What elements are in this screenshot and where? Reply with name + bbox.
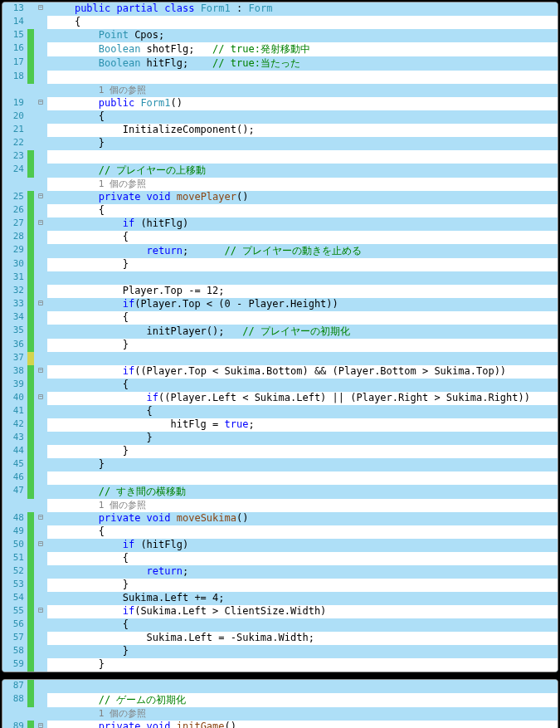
- code-editor-panel-2[interactable]: 8788 // ゲームの初期化 1 個の参照89⊟ private void i…: [2, 679, 558, 728]
- code-line[interactable]: 45 }: [2, 458, 558, 471]
- code-text[interactable]: if(Sukima.Left > ClientSize.Width): [47, 605, 558, 618]
- code-line[interactable]: 87: [2, 680, 558, 693]
- code-line[interactable]: 51 {: [2, 552, 558, 565]
- code-line[interactable]: 37: [2, 352, 558, 365]
- code-line[interactable]: 49 {: [2, 525, 558, 539]
- code-line[interactable]: 32 Player.Top -= 12;: [2, 285, 558, 298]
- code-line[interactable]: 24 // プレイヤーの上移動: [2, 164, 558, 178]
- code-text[interactable]: [47, 352, 558, 365]
- code-line[interactable]: 33⊟ if(Player.Top < (0 - Player.Height)): [2, 298, 558, 311]
- fold-icon[interactable]: ⊟: [34, 97, 47, 110]
- fold-icon[interactable]: ⊟: [34, 539, 47, 552]
- code-text[interactable]: {: [47, 552, 558, 565]
- code-text[interactable]: {: [47, 405, 558, 418]
- code-line[interactable]: 22 }: [2, 137, 558, 150]
- code-line[interactable]: 46: [2, 471, 558, 485]
- code-text[interactable]: }: [47, 258, 558, 271]
- code-text[interactable]: [47, 71, 558, 84]
- code-line[interactable]: 27⊟ if (hitFlg): [2, 217, 558, 231]
- code-text[interactable]: public Form1(): [47, 97, 558, 110]
- code-text[interactable]: Boolean shotFlg; // true:発射移動中: [47, 42, 558, 56]
- code-text[interactable]: {: [47, 525, 558, 539]
- code-line[interactable]: 29 return; // プレイヤーの動きを止める: [2, 244, 558, 258]
- fold-icon[interactable]: ⊟: [34, 365, 47, 379]
- fold-icon[interactable]: ⊟: [34, 191, 47, 204]
- code-line[interactable]: 58 }: [2, 645, 558, 658]
- code-text[interactable]: if((Player.Left < Sukima.Left) || (Playe…: [47, 392, 558, 405]
- code-line[interactable]: 89⊟ private void initGame(): [2, 721, 558, 728]
- code-line[interactable]: 55⊟ if(Sukima.Left > ClientSize.Width): [2, 605, 558, 618]
- code-line[interactable]: 25⊟ private void movePlayer(): [2, 191, 558, 204]
- code-line[interactable]: 54 Sukima.Left += 4;: [2, 592, 558, 605]
- code-line[interactable]: 38⊟ if((Player.Top < Sukima.Bottom) && (…: [2, 365, 558, 379]
- code-line[interactable]: 19⊟ public Form1(): [2, 97, 558, 110]
- code-line[interactable]: 26 {: [2, 204, 558, 217]
- code-text[interactable]: }: [47, 458, 558, 471]
- code-line[interactable]: 30 }: [2, 258, 558, 271]
- code-text[interactable]: 1 個の参照: [47, 84, 558, 97]
- code-editor-panel-1[interactable]: 13⊟ public partial class Form1 : Form14 …: [2, 2, 558, 672]
- code-text[interactable]: Point Cpos;: [47, 29, 558, 42]
- code-content-1[interactable]: 13⊟ public partial class Form1 : Form14 …: [2, 2, 558, 672]
- code-text[interactable]: {: [47, 204, 558, 217]
- code-line[interactable]: 36 }: [2, 339, 558, 352]
- code-text[interactable]: private void movePlayer(): [47, 191, 558, 204]
- fold-icon[interactable]: ⊟: [34, 392, 47, 405]
- code-line[interactable]: 14 {: [2, 16, 558, 29]
- code-text[interactable]: return; // プレイヤーの動きを止める: [47, 244, 558, 258]
- code-line[interactable]: 50⊟ if (hitFlg): [2, 539, 558, 552]
- code-line[interactable]: 39 {: [2, 379, 558, 392]
- code-text[interactable]: 1 個の参照: [47, 707, 558, 721]
- code-line[interactable]: 13⊟ public partial class Form1 : Form: [2, 2, 558, 16]
- code-text[interactable]: [47, 680, 558, 693]
- code-text[interactable]: {: [47, 311, 558, 325]
- code-text[interactable]: Player.Top -= 12;: [47, 285, 558, 298]
- code-text[interactable]: if((Player.Top < Sukima.Bottom) && (Play…: [47, 365, 558, 379]
- code-text[interactable]: // すき間の横移動: [47, 485, 558, 499]
- code-line[interactable]: 21 InitializeComponent();: [2, 124, 558, 137]
- code-text[interactable]: initPlayer(); // プレイヤーの初期化: [47, 325, 558, 339]
- code-text[interactable]: 1 個の参照: [47, 178, 558, 191]
- code-text[interactable]: hitFlg = true;: [47, 418, 558, 432]
- code-text[interactable]: return;: [47, 565, 558, 579]
- code-text[interactable]: // プレイヤーの上移動: [47, 164, 558, 178]
- code-line[interactable]: 1 個の参照: [2, 84, 558, 97]
- code-text[interactable]: 1 個の参照: [47, 499, 558, 512]
- code-text[interactable]: private void moveSukima(): [47, 512, 558, 525]
- fold-icon[interactable]: ⊟: [34, 217, 47, 231]
- code-text[interactable]: }: [47, 432, 558, 445]
- code-text[interactable]: if (hitFlg): [47, 217, 558, 231]
- code-line[interactable]: 43 }: [2, 432, 558, 445]
- code-line[interactable]: 1 個の参照: [2, 178, 558, 191]
- code-text[interactable]: }: [47, 658, 558, 672]
- code-text[interactable]: }: [47, 645, 558, 658]
- code-line[interactable]: 56 {: [2, 618, 558, 632]
- fold-icon[interactable]: ⊟: [34, 605, 47, 618]
- code-line[interactable]: 34 {: [2, 311, 558, 325]
- code-line[interactable]: 41 {: [2, 405, 558, 418]
- code-line[interactable]: 40⊟ if((Player.Left < Sukima.Left) || (P…: [2, 392, 558, 405]
- code-text[interactable]: }: [47, 445, 558, 458]
- code-text[interactable]: Boolean hitFlg; // true:当たった: [47, 56, 558, 71]
- code-text[interactable]: }: [47, 137, 558, 150]
- code-line[interactable]: 35 initPlayer(); // プレイヤーの初期化: [2, 325, 558, 339]
- code-line[interactable]: 57 Sukima.Left = -Sukima.Width;: [2, 632, 558, 645]
- fold-icon[interactable]: ⊟: [34, 512, 47, 525]
- code-line[interactable]: 16 Boolean shotFlg; // true:発射移動中: [2, 42, 558, 56]
- code-line[interactable]: 44 }: [2, 445, 558, 458]
- code-text[interactable]: if(Player.Top < (0 - Player.Height)): [47, 298, 558, 311]
- code-text[interactable]: [47, 150, 558, 164]
- code-line[interactable]: 31: [2, 271, 558, 285]
- code-line[interactable]: 20 {: [2, 110, 558, 124]
- code-text[interactable]: // ゲームの初期化: [47, 693, 558, 707]
- code-line[interactable]: 28 {: [2, 231, 558, 244]
- code-text[interactable]: {: [47, 231, 558, 244]
- code-line[interactable]: 1 個の参照: [2, 707, 558, 721]
- code-line[interactable]: 23: [2, 150, 558, 164]
- fold-icon[interactable]: ⊟: [34, 298, 47, 311]
- code-line[interactable]: 47 // すき間の横移動: [2, 485, 558, 499]
- code-text[interactable]: if (hitFlg): [47, 539, 558, 552]
- code-text[interactable]: InitializeComponent();: [47, 124, 558, 137]
- fold-icon[interactable]: ⊟: [34, 721, 47, 728]
- code-text[interactable]: public partial class Form1 : Form: [47, 2, 558, 16]
